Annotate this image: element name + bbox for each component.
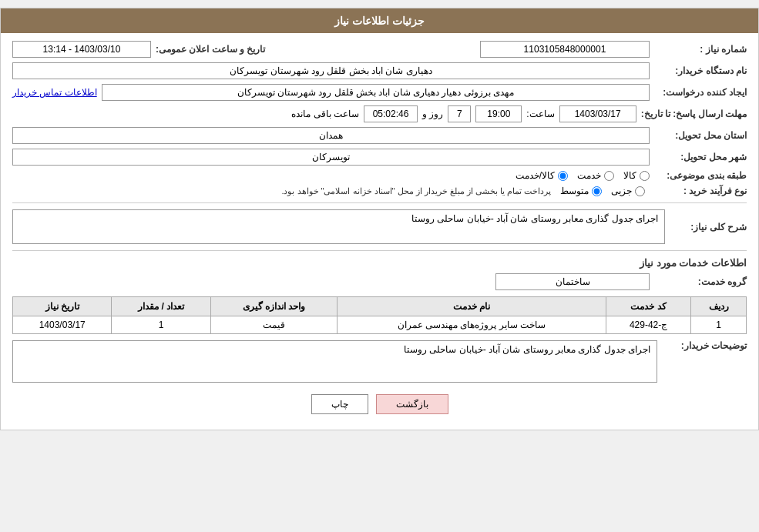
org-name-row: نام دستگاه خریدار: دهیاری شان اباد بخش ق… xyxy=(12,62,747,79)
need-desc-row: شرح کلی نیاز: اجرای جدول گذاری معابر روس… xyxy=(12,209,747,244)
province-row: استان محل تحویل: همدان xyxy=(12,127,747,144)
radio-kala-khedmat: کالا/خدمت xyxy=(516,170,568,181)
radio-khedmat-input[interactable] xyxy=(604,171,614,181)
days-value: 7 xyxy=(448,105,471,122)
radio-khedmat: خدمت xyxy=(577,170,614,181)
process-note: پرداخت تمام یا بخشی از مبلغ خریدار از مح… xyxy=(281,186,551,196)
remaining-label: ساعت باقی مانده xyxy=(291,109,359,119)
page-wrapper: جزئیات اطلاعات نیاز شماره نیاز : 1103105… xyxy=(0,8,759,430)
days-label: روز و xyxy=(422,109,443,119)
process-type-label: نوع فرآیند خرید : xyxy=(654,186,747,196)
cell-code: ج-42-429 xyxy=(606,316,691,334)
category-label: طبقه بندی موضوعی: xyxy=(654,170,747,181)
radio-kala-khedmat-label: کالا/خدمت xyxy=(516,170,555,181)
need-number-value: 1103105848000001 xyxy=(480,41,650,58)
group-value: ساختمان xyxy=(495,273,650,290)
category-radio-group: کالا خدمت کالا/خدمت xyxy=(516,170,650,181)
cell-unit: قیمت xyxy=(210,316,337,334)
table-header-row: ردیف کد خدمت نام خدمت واحد اندازه گیری ت… xyxy=(13,297,747,316)
radio-jozi-label: جزیی xyxy=(611,186,632,196)
button-row: بازگشت چاپ xyxy=(12,394,747,414)
announce-label: تاریخ و ساعت اعلان عمومی: xyxy=(156,44,265,55)
need-number-label: شماره نیاز : xyxy=(654,44,747,55)
radio-jozi-input[interactable] xyxy=(635,186,645,196)
province-label: استان محل تحویل: xyxy=(654,130,747,141)
print-button[interactable]: چاپ xyxy=(311,394,368,414)
time-label: ساعت: xyxy=(526,109,554,119)
buyer-desc-value: اجرای جدول گذاری معابر روستای شان آباد -… xyxy=(12,340,657,383)
radio-motavasset: متوسط xyxy=(560,186,602,196)
send-deadline-label: مهلت ارسال پاسخ: تا تاریخ: xyxy=(641,109,747,119)
page-title: جزئیات اطلاعات نیاز xyxy=(334,15,425,27)
process-radio-group: جزیی متوسط xyxy=(560,186,645,196)
th-date: تاریخ نیاز xyxy=(13,297,112,316)
process-type-row: نوع فرآیند خرید : جزیی متوسط پرداخت تمام… xyxy=(12,186,747,196)
divider2 xyxy=(12,250,747,251)
page-header: جزئیات اطلاعات نیاز xyxy=(1,8,758,33)
cell-qty: 1 xyxy=(112,316,210,334)
city-value: تویسرکان xyxy=(12,149,650,166)
org-name-value: دهیاری شان اباد بخش قلقل رود شهرستان توی… xyxy=(12,62,650,79)
radio-kala-label: کالا xyxy=(623,170,636,181)
buyer-desc-label: توضیحات خریدار: xyxy=(662,340,747,351)
need-number-row: شماره نیاز : 1103105848000001 تاریخ و سا… xyxy=(12,41,747,58)
radio-motavasset-label: متوسط xyxy=(560,186,589,196)
divider1 xyxy=(12,202,747,203)
service-info-title: اطلاعات خدمات مورد نیاز xyxy=(12,257,747,270)
send-deadline-row: مهلت ارسال پاسخ: تا تاریخ: 1403/03/17 سا… xyxy=(12,105,747,122)
th-code: کد خدمت xyxy=(606,297,691,316)
content-area: شماره نیاز : 1103105848000001 تاریخ و سا… xyxy=(1,33,758,430)
th-unit: واحد اندازه گیری xyxy=(210,297,337,316)
service-table: ردیف کد خدمت نام خدمت واحد اندازه گیری ت… xyxy=(12,296,747,334)
province-value: همدان xyxy=(12,127,650,144)
table-row: 1 ج-42-429 ساخت سایر پروژه‌های مهندسی عم… xyxy=(13,316,747,334)
org-name-label: نام دستگاه خریدار: xyxy=(654,65,747,76)
date-value: 1403/03/17 xyxy=(559,105,636,122)
service-table-section: ردیف کد خدمت نام خدمت واحد اندازه گیری ت… xyxy=(12,296,747,334)
category-row: طبقه بندی موضوعی: کالا خدمت کالا/خدمت xyxy=(12,170,747,181)
th-name: نام خدمت xyxy=(338,297,606,316)
group-label: گروه خدمت: xyxy=(654,276,747,287)
radio-kala-input[interactable] xyxy=(640,171,650,181)
cell-date: 1403/03/17 xyxy=(13,316,112,334)
creator-label: ایجاد کننده درخواست: xyxy=(654,87,747,98)
need-desc-label: شرح کلی نیاز: xyxy=(670,222,747,233)
city-row: شهر محل تحویل: تویسرکان xyxy=(12,149,747,166)
radio-kala-khedmat-input[interactable] xyxy=(558,171,568,181)
radio-khedmat-label: خدمت xyxy=(577,170,601,181)
time-value: 19:00 xyxy=(475,105,522,122)
announce-value: 1403/03/10 - 13:14 xyxy=(12,41,151,58)
back-button[interactable]: بازگشت xyxy=(376,394,448,414)
need-desc-value: اجرای جدول گذاری معابر روستای شان آباد -… xyxy=(12,209,665,244)
radio-motavasset-input[interactable] xyxy=(592,186,602,196)
th-row: ردیف xyxy=(691,297,747,316)
city-label: شهر محل تحویل: xyxy=(654,152,747,162)
cell-name: ساخت سایر پروژه‌های مهندسی عمران xyxy=(338,316,606,334)
radio-kala: کالا xyxy=(623,170,650,181)
radio-jozi: جزیی xyxy=(611,186,645,196)
buyer-desc-row: توضیحات خریدار: اجرای جدول گذاری معابر ر… xyxy=(12,340,747,383)
group-row: گروه خدمت: ساختمان xyxy=(12,273,747,290)
th-qty: تعداد / مقدار xyxy=(112,297,210,316)
cell-row: 1 xyxy=(691,316,747,334)
creator-value: مهدی برزوئی دهیار دهیاری شان اباد بخش قل… xyxy=(102,84,650,101)
creator-row: ایجاد کننده درخواست: مهدی برزوئی دهیار د… xyxy=(12,84,747,101)
remaining-value: 05:02:46 xyxy=(364,105,418,122)
contact-info-link[interactable]: اطلاعات تماس خریدار xyxy=(12,87,97,98)
